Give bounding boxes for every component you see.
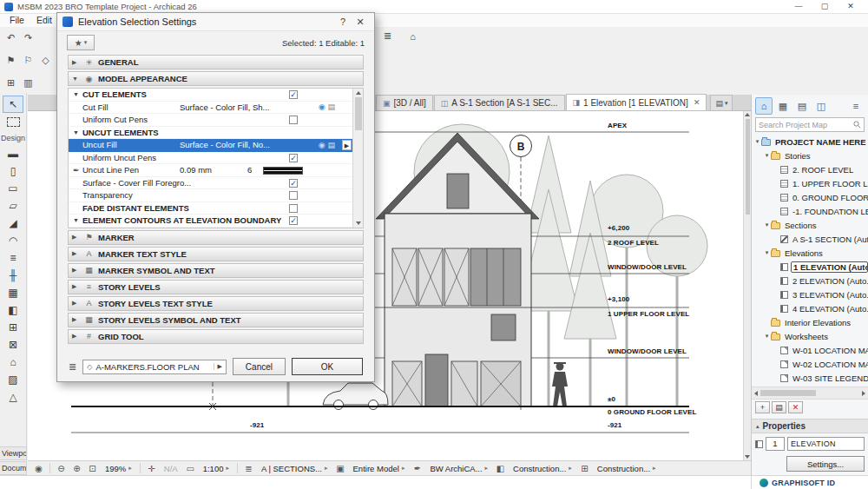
minimize-button[interactable]: —	[786, 0, 812, 13]
shell-tool[interactable]: ◠	[3, 232, 23, 249]
tree-item-stories[interactable]: ▾Stories	[752, 149, 868, 162]
dialog-section-marker-text-style[interactable]: ▶AMARKER TEXT STYLE	[68, 247, 364, 261]
model-view-options-icon[interactable]: ◧	[493, 462, 508, 475]
tree-item-w-01-location-ma[interactable]: W-01 LOCATION MA...	[752, 343, 868, 357]
skylight-tool[interactable]: ⊠	[3, 336, 23, 354]
object-tool[interactable]: ⌂	[3, 354, 23, 371]
element-settings-icon[interactable]: ≣	[380, 29, 395, 43]
dialog-section-grid-tool[interactable]: ▶#GRID TOOL	[68, 329, 364, 344]
slab-tool[interactable]: ▱	[3, 197, 23, 215]
stair-tool[interactable]: ≡	[3, 249, 23, 267]
project-map-button[interactable]: ⌂	[755, 97, 773, 115]
beam-tool[interactable]: ▭	[3, 180, 23, 197]
visual-options-icon[interactable]: ◉	[31, 462, 46, 475]
building-material-icon[interactable]: ▤	[327, 102, 335, 111]
scroll-up-icon[interactable]	[356, 91, 361, 95]
dialog-section-story-levels[interactable]: ▶≡STORY LEVELS	[68, 280, 364, 294]
roof-tool[interactable]: ◢	[3, 215, 23, 232]
checkbox-element-contours-at-elevation-boundary[interactable]: ✓	[289, 216, 298, 225]
partial-structure-value-dropdown[interactable]: Entire Model▸	[349, 462, 410, 475]
uniform-cut-pens-row[interactable]: Uniform Cut Pens	[69, 114, 352, 127]
dialog-section-marker-symbol-and-text[interactable]: ▶▦MARKER SYMBOL AND TEXT	[68, 263, 364, 278]
scroll-up-icon[interactable]	[745, 113, 750, 116]
flyout-button[interactable]: ▶	[342, 140, 352, 150]
viewpoint-panel-tab[interactable]: Viewpo	[0, 446, 27, 460]
layer-combination-icon[interactable]: ≣	[241, 462, 256, 475]
checkbox-cut-elements[interactable]: ✓	[289, 90, 298, 99]
tree-item-sections[interactable]: ▾Sections	[752, 218, 868, 232]
zone-tool[interactable]: ▨	[3, 371, 23, 388]
add-viewpoint-button[interactable]: +	[755, 401, 770, 413]
fit-in-window-icon[interactable]: ▭	[183, 462, 198, 475]
tree-item-elevations[interactable]: ▾Elevations	[752, 246, 868, 260]
uniform-uncut-pens-row[interactable]: Uniform Uncut Pens✓	[69, 152, 352, 165]
scroll-right-icon[interactable]	[862, 391, 865, 396]
trace-reference-icon[interactable]: ◇	[38, 53, 53, 68]
tab-3d-all[interactable]: ▣[3D / All]	[376, 95, 433, 110]
checkbox-surface-cover-fill-foregro[interactable]: ✓	[289, 179, 298, 188]
pet-palette-icon[interactable]: ⚐	[21, 53, 36, 68]
layer-dropdown[interactable]: ◇ A-MARKERS.FLOOR PLAN ▶	[82, 360, 227, 374]
tree-item-1-foundation-le[interactable]: -1. FOUNDATION LE...	[752, 204, 868, 218]
menu-edit[interactable]: Edit	[30, 14, 58, 27]
favorites-button[interactable]: ★ ▾	[67, 35, 95, 50]
dialog-section-model-appearance[interactable]: ▼◉MODEL APPEARANCE	[68, 71, 364, 86]
search-input[interactable]: Search Project Map	[759, 121, 853, 129]
dimension-style-value-dropdown[interactable]: Construction...▸	[593, 462, 661, 475]
surface-cover-fill-foregro-row[interactable]: Surface - Cover Fill Foregro...✓	[69, 177, 352, 190]
undo-icon[interactable]: ↶	[3, 30, 18, 45]
wall-tool[interactable]: ▬	[3, 145, 23, 162]
railing-tool[interactable]: ╫	[3, 267, 23, 284]
surface-override-icon[interactable]: ◉	[319, 141, 326, 149]
ok-button[interactable]: OK	[292, 358, 363, 375]
dialog-section-general[interactable]: ▶✳GENERAL	[68, 55, 364, 69]
grid-display-icon[interactable]: ⊞	[3, 76, 18, 90]
tree-item-project-name-here[interactable]: ▾PROJECT NAME HERE	[752, 135, 868, 149]
pen-set-value-dropdown[interactable]: BW ArchiCA...▸	[425, 462, 492, 475]
checkbox-transparency[interactable]	[289, 191, 298, 200]
close-button[interactable]: ✕	[838, 0, 864, 13]
tree-item-a-s-1-section-aut[interactable]: A S-1 SECTION (Aut...	[752, 232, 868, 246]
layer-combination-value-dropdown[interactable]: A | SECTIONS...▸	[257, 462, 332, 475]
maximize-button[interactable]: ▢	[812, 0, 838, 13]
publisher-sets-button[interactable]: ◫	[812, 97, 830, 115]
navigator-horizontal-scrollbar[interactable]	[752, 387, 868, 400]
dimension-style-icon[interactable]: ⊞	[577, 462, 592, 475]
tree-item-worksheets[interactable]: ▾Worksheets	[752, 329, 868, 343]
cut-elements-row[interactable]: ▼CUT ELEMENTS✓	[69, 89, 352, 102]
dialog-titlebar[interactable]: Elevation Selection Settings ? ✕	[57, 13, 374, 31]
scale-dropdown[interactable]: 1:100▸	[199, 462, 233, 475]
scroll-down-icon[interactable]	[356, 221, 361, 225]
dialog-section-story-levels-text-style[interactable]: ▶ASTORY LEVELS TEXT STYLE	[68, 296, 364, 311]
tree-item-2-elevation-auto[interactable]: 2 ELEVATION (Auto...	[752, 274, 868, 287]
scrollbar-thumb[interactable]	[355, 97, 362, 130]
favorites-icon[interactable]: ⚑	[3, 53, 18, 68]
document-panel-tab[interactable]: Docum	[0, 461, 27, 475]
column-tool[interactable]: ▯	[3, 162, 23, 180]
drawing-vertical-scrollbar[interactable]	[743, 111, 751, 460]
cut-fill-row[interactable]: Cut FillSurface - Color Fill, Sh...◉▤	[69, 102, 352, 115]
viewpoint-settings-button[interactable]: ▤	[772, 401, 786, 413]
partial-structure-icon[interactable]: ▣	[333, 462, 348, 475]
tab-close-icon[interactable]: ✕	[694, 98, 700, 107]
checkbox-uniform-uncut-pens[interactable]: ✓	[289, 154, 298, 162]
layout-book-button[interactable]: ▤	[793, 97, 811, 115]
delete-viewpoint-button[interactable]: ✕	[788, 401, 803, 413]
curtain-wall-tool[interactable]: ▦	[3, 284, 23, 301]
redo-icon[interactable]: ↷	[21, 30, 36, 45]
viewpoint-name-field[interactable]: ELEVATION	[787, 437, 865, 451]
dialog-section-story-levels-symbol-and-text[interactable]: ▶▦STORY LEVELS SYMBOL AND TEXT	[68, 313, 364, 327]
viewpoint-id-field[interactable]: 1	[766, 437, 785, 451]
search-box[interactable]: Search Project Map	[755, 117, 865, 132]
checkbox-uniform-cut-pens[interactable]	[289, 116, 298, 124]
uncut-fill-row[interactable]: Uncut FillSurface - Color Fill, No...◉▤▶	[69, 139, 352, 152]
mesh-tool[interactable]: △	[3, 388, 23, 406]
tree-item-2-roof-level[interactable]: 2. ROOF LEVEL	[752, 162, 868, 176]
view-map-button[interactable]: ▦	[774, 97, 792, 115]
door-tool[interactable]: ◧	[3, 301, 23, 319]
window-tool[interactable]: ⊞	[3, 319, 23, 336]
marquee-tool[interactable]	[3, 113, 23, 130]
menu-file[interactable]: File	[3, 14, 30, 27]
tree-item-w-02-location-ma[interactable]: W-02 LOCATION MA...	[752, 357, 868, 371]
pen-color-swatch[interactable]	[263, 167, 303, 175]
